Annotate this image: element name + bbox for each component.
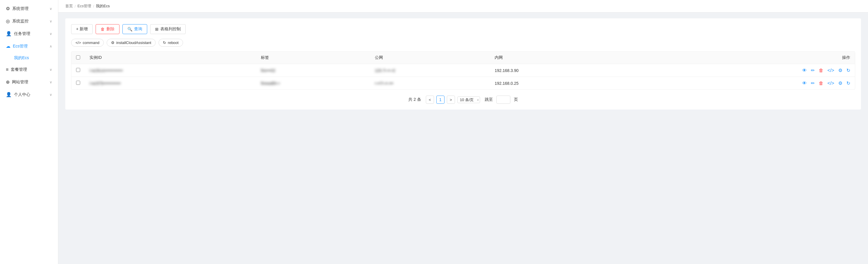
sidebar: ⚙ 系统管理 ∨ ◎ 系统监控 ∨ 👤 任务管理 ∨ ☁ Ecs管理 ∧ 我的E… [0,0,58,264]
refresh-icon-1[interactable]: ↻ [846,68,850,73]
settings-icon-1[interactable]: ⚙ [838,68,842,73]
toolbar: + 新增 🗑 删除 🔍 查询 ⊞ 表格列控制 [71,24,855,34]
reboot-tag-button[interactable]: ↻ reboot [159,39,183,46]
breadcrumb-sep-2: / [93,4,94,8]
sidebar-item-label: 任务管理 [14,31,30,36]
tag-cell-1: fire•••02 [256,64,370,77]
refresh-icon-2[interactable]: ↻ [846,80,850,86]
delete-label: 删除 [106,27,115,32]
table-row: i-wz97b•••••••••••• firewall0•.• •.••7•.… [71,77,855,90]
content-card: + 新增 🗑 删除 🔍 查询 ⊞ 表格列控制 </> comman [65,19,861,109]
private-ip-cell-1: 192.168.3.90 [490,64,623,77]
op-icons-1: 👁 ✏ 🗑 </> ⚙ ↻ [628,68,850,73]
total-count: 共 2 条 [408,97,421,102]
sidebar-item-personal-center[interactable]: 👤 个人中心 ∨ [0,88,58,101]
tag-value-2: firewall0•.• [261,81,280,86]
row-checkbox-cell-1[interactable] [71,64,85,77]
public-ip-cell-1: 120.7•.••.•2 [370,64,490,77]
sidebar-item-ecs-mgmt[interactable]: ☁ Ecs管理 ∧ [0,40,58,53]
chevron-down-icon: ∨ [50,7,52,11]
breadcrumb-sep-1: / [74,4,76,8]
chevron-down-icon: ∨ [50,93,52,97]
private-ip-header: 内网 [490,52,623,64]
ecs-mgmt-icon: ☁ [6,43,10,49]
sidebar-item-system-monitor[interactable]: ◎ 系统监控 ∨ [0,15,58,27]
jump-label: 跳至 [485,97,493,102]
public-ip-value-1: 120.7•.••.•2 [375,68,395,73]
private-ip-cell-2: 192.168.0.25 [490,77,623,90]
breadcrumb-current: 我的Ecs [96,3,110,9]
sidebar-item-website-mgmt[interactable]: ⊕ 网站管理 ∨ [0,76,58,88]
op-icons-2: 👁 ✏ 🗑 </> ⚙ ↻ [628,80,850,86]
jump-input[interactable] [496,96,510,104]
edit-icon-1[interactable]: ✏ [811,68,815,73]
current-page[interactable]: 1 [436,96,444,104]
sidebar-item-task-mgmt[interactable]: 👤 任务管理 ∨ [0,27,58,40]
edit-icon-2[interactable]: ✏ [811,80,815,86]
settings-icon-2[interactable]: ⚙ [838,80,842,86]
website-mgmt-icon: ⊕ [6,79,10,85]
view-icon-1[interactable]: 👁 [802,68,807,73]
instance-id-cell-2: i-wz97b•••••••••••• [85,77,256,90]
view-icon-2[interactable]: 👁 [802,81,807,86]
command-tag-button[interactable]: </> command [71,39,104,46]
reboot-label: reboot [168,40,179,45]
refresh-icon: ↻ [163,40,166,45]
delete-icon-2[interactable]: 🗑 [819,81,824,86]
breadcrumb-home[interactable]: 首页 [65,3,73,9]
breadcrumb-ecs-mgmt[interactable]: Ecs管理 [78,3,92,9]
public-ip-header: 公网 [370,52,490,64]
instance-id-value-2: i-wz97b•••••••••••• [90,81,121,86]
private-ip-value-2: 192.168.0.25 [495,81,519,86]
code-icon-1[interactable]: </> [828,68,834,73]
instance-id-cell-1: i-wz9con•••••••••••• [85,64,256,77]
content-area: + 新增 🗑 删除 🔍 查询 ⊞ 表格列控制 </> comman [58,12,868,264]
sidebar-subitem-my-ecs[interactable]: 我的Ecs [0,53,58,64]
page-size-wrap: 10 条/页 20 条/页 50 条/页 [457,96,480,103]
sidebar-subitem-label: 我的Ecs [14,55,29,60]
pagination: 共 2 条 < 1 > 10 条/页 20 条/页 50 条/页 跳至 页 [71,96,855,104]
select-all-header[interactable] [71,52,85,64]
package-mgmt-icon: ≡ [6,67,8,72]
add-button[interactable]: + 新增 [71,24,93,34]
command-label: command [83,40,99,45]
page-size-select[interactable]: 10 条/页 20 条/页 50 条/页 [457,96,480,103]
op-cell-1: 👁 ✏ 🗑 </> ⚙ ↻ [623,64,855,77]
public-ip-value-2: •.••7•.••.••• [375,81,394,86]
search-icon: 🔍 [127,27,132,31]
select-all-checkbox[interactable] [76,55,80,60]
delete-button[interactable]: 🗑 删除 [96,24,120,34]
personal-center-icon: 👤 [6,92,12,97]
page-unit: 页 [514,97,518,102]
sidebar-item-package-mgmt[interactable]: ≡ 套餐管理 ∨ [0,64,58,76]
chevron-down-icon: ∨ [50,32,52,36]
task-mgmt-icon: 👤 [6,31,12,36]
delete-icon: 🗑 [100,27,105,31]
table-row: i-wz9con•••••••••••• fire•••02 120.7•.••… [71,64,855,77]
instance-id-header: 实例ID [85,52,256,64]
main-content: 首页 / Ecs管理 / 我的Ecs + 新增 🗑 删除 🔍 查询 ⊞ 表格列 [58,0,868,264]
chevron-down-icon: ∨ [50,68,52,72]
row-checkbox-1[interactable] [76,68,80,72]
sidebar-item-label: 网站管理 [12,79,28,85]
row-checkbox-2[interactable] [76,81,80,85]
row-checkbox-cell-2[interactable] [71,77,85,90]
code-icon-2[interactable]: </> [828,81,834,86]
prev-page-button[interactable]: < [426,96,434,104]
next-page-button[interactable]: > [447,96,455,104]
chevron-up-icon: ∧ [50,44,52,48]
sidebar-item-system-mgmt[interactable]: ⚙ 系统管理 ∨ [0,2,58,15]
sidebar-item-label: Ecs管理 [13,44,28,49]
system-mgmt-icon: ⚙ [6,6,10,11]
query-button[interactable]: 🔍 查询 [122,24,147,34]
ecs-table: 实例ID 标签 公网 内网 操作 i [71,51,855,90]
table-icon: ⊞ [155,27,159,31]
sidebar-item-label: 系统管理 [12,6,29,11]
table-control-button[interactable]: ⊞ 表格列控制 [150,24,186,34]
install-cloud-assistant-label: installCloudAssistant [116,40,151,45]
op-cell-2: 👁 ✏ 🗑 </> ⚙ ↻ [623,77,855,90]
install-cloud-assistant-tag-button[interactable]: ⚙ installCloudAssistant [107,39,156,46]
instance-id-value-1: i-wz9con•••••••••••• [90,68,123,73]
tag-cell-2: firewall0•.• [256,77,370,90]
delete-icon-1[interactable]: 🗑 [819,68,824,73]
